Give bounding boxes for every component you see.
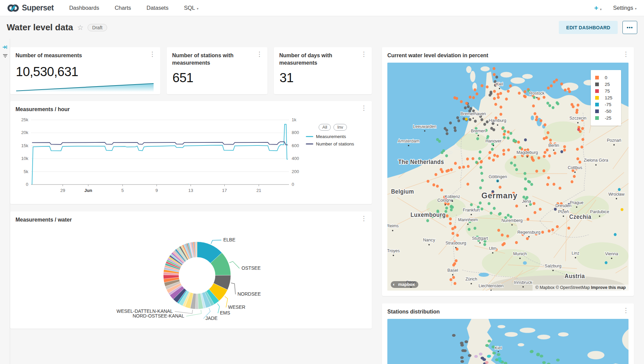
dashboard-header: Water level data ☆ Draft EDIT DASHBOARD … bbox=[0, 16, 644, 39]
svg-text:600: 600 bbox=[292, 143, 299, 148]
kebab-menu-icon[interactable]: ⋮ bbox=[623, 308, 629, 313]
legend-all-button[interactable]: All bbox=[319, 124, 331, 131]
superset-logo[interactable]: Superset bbox=[7, 3, 54, 13]
legend-color-swatch bbox=[595, 116, 599, 120]
legend-color-swatch bbox=[595, 96, 599, 100]
map-label: Nancy bbox=[423, 237, 435, 242]
legend-value-label: 75 bbox=[605, 89, 610, 94]
kpi-card-measurements: Number of measurements ⋮ 10,530,631 bbox=[10, 47, 160, 94]
svg-text:29: 29 bbox=[60, 188, 65, 193]
chart-title: Measurements / water bbox=[15, 216, 72, 224]
donut-label: ELBE bbox=[223, 237, 235, 242]
map-legend-item[interactable]: -75 bbox=[595, 102, 612, 107]
map-label: Göttingen bbox=[489, 174, 507, 179]
nav-sql[interactable]: SQL▾ bbox=[184, 5, 198, 11]
map-label: Luxembourg bbox=[411, 211, 446, 218]
chart-title: Measurements / hour bbox=[15, 106, 70, 113]
map-label: Plzeň bbox=[558, 209, 569, 214]
water-donut-chart[interactable]: ELBEOSTSEENORDSEEWESEREMSJADENORD-OSTSEE… bbox=[94, 225, 290, 326]
brand-name: Superset bbox=[22, 3, 54, 12]
chart-legend: All Inv Measurements Number of stations bbox=[306, 115, 366, 203]
map-label: Kiel bbox=[496, 81, 503, 86]
settings-menu[interactable]: Settings▾ bbox=[613, 5, 637, 11]
map-legend: 02575125-75-50-25 bbox=[591, 70, 621, 126]
nav-charts[interactable]: Charts bbox=[115, 5, 131, 11]
map-label: Magdeburg bbox=[516, 150, 538, 155]
improve-map-link[interactable]: Improve this map bbox=[591, 285, 626, 290]
nav-dashboards[interactable]: Dashboards bbox=[69, 5, 99, 11]
donut-label: NORD-OSTSEE-KANAL bbox=[133, 313, 184, 319]
map-label: Germany bbox=[481, 191, 517, 200]
map-label: Ulm bbox=[489, 245, 496, 251]
more-options-button[interactable]: ••• bbox=[622, 21, 637, 34]
legend-value-label: -75 bbox=[605, 102, 611, 107]
kebab-menu-icon[interactable]: ⋮ bbox=[361, 106, 367, 110]
map-label: Wrocław bbox=[608, 191, 625, 196]
map-attribution: © Mapbox © OpenStreetMap Improve this ma… bbox=[533, 285, 629, 291]
map-label: Regensburg bbox=[517, 229, 540, 234]
edit-dashboard-button[interactable]: EDIT DASHBOARD bbox=[559, 21, 618, 34]
map-legend-item[interactable]: 0 bbox=[595, 75, 612, 80]
kebab-menu-icon[interactable]: ⋮ bbox=[623, 52, 629, 57]
map-label: Hanover bbox=[485, 138, 502, 143]
svg-text:800: 800 bbox=[292, 130, 299, 135]
chevron-down-icon: ▾ bbox=[635, 7, 637, 10]
map-label: Szczecin bbox=[569, 115, 586, 121]
map-legend-item[interactable]: -25 bbox=[595, 115, 612, 121]
filter-bar-collapsed bbox=[0, 39, 10, 364]
map-legend-item[interactable]: 75 bbox=[595, 89, 612, 94]
water-chart-card: Measurements / water ⋮ ELBEOSTSEENORDSEE… bbox=[10, 211, 372, 329]
map-label: Vienna bbox=[605, 251, 618, 256]
kpi-title: Number of measurements bbox=[15, 52, 82, 59]
legend-color-swatch bbox=[595, 89, 599, 93]
stations-map[interactable]: KielRostock bbox=[387, 319, 629, 364]
svg-text:9: 9 bbox=[155, 188, 158, 193]
map-label: Koblenz bbox=[445, 194, 460, 199]
chevron-down-icon: ▾ bbox=[197, 7, 198, 10]
kebab-menu-icon[interactable]: ⋮ bbox=[256, 52, 263, 57]
kebab-menu-icon[interactable]: ⋮ bbox=[149, 52, 156, 57]
svg-text:200: 200 bbox=[292, 169, 299, 174]
kpi-value: 10,530,631 bbox=[16, 65, 78, 79]
legend-color-swatch bbox=[595, 76, 599, 79]
map-label: Pardubice bbox=[590, 209, 609, 214]
legend-item-stations[interactable]: Number of stations bbox=[306, 141, 366, 146]
legend-color-swatch bbox=[595, 109, 599, 113]
donut-label: OSTSEE bbox=[242, 265, 261, 271]
kebab-menu-icon[interactable]: ⋮ bbox=[361, 216, 367, 221]
legend-value-label: -50 bbox=[605, 109, 611, 114]
svg-text:0: 0 bbox=[26, 182, 28, 187]
deviation-map[interactable]: LeeuwardenAmsterdamBremerhavenBremenHamb… bbox=[387, 63, 629, 291]
legend-color-swatch bbox=[595, 103, 599, 106]
map-label: Rostock bbox=[529, 90, 545, 95]
nav-datasets[interactable]: Datasets bbox=[147, 5, 168, 11]
map-label: Amsterdam bbox=[398, 138, 419, 143]
legend-value-label: -25 bbox=[605, 115, 611, 121]
kpi-title: Number of stations with measurements bbox=[172, 52, 250, 66]
donut-label: NORDSEE bbox=[237, 291, 261, 297]
svg-text:400: 400 bbox=[292, 156, 299, 161]
map-label: Austria bbox=[565, 273, 585, 279]
favorite-star-icon[interactable]: ☆ bbox=[77, 24, 84, 32]
hour-line-chart[interactable]: 005k20010k40015k60020k80025k1k29Jun59131… bbox=[13, 115, 306, 200]
kpi-sparkline bbox=[15, 81, 155, 92]
mapbox-logo[interactable]: mapbox bbox=[391, 281, 418, 288]
donut-label: JADE bbox=[205, 316, 218, 321]
stations-map-canvas[interactable]: KielRostock bbox=[387, 319, 629, 364]
expand-filter-bar-icon[interactable] bbox=[0, 43, 10, 52]
map-label: Innsbruck bbox=[514, 279, 533, 285]
legend-inv-button[interactable]: Inv bbox=[333, 124, 347, 131]
kebab-menu-icon[interactable]: ⋮ bbox=[361, 52, 367, 57]
new-item-button[interactable]: +▾ bbox=[594, 4, 602, 12]
deviation-map-card: Current water level deviation in percent… bbox=[382, 47, 634, 296]
svg-text:5k: 5k bbox=[24, 169, 28, 174]
legend-item-measurements[interactable]: Measurements bbox=[306, 134, 366, 139]
donut-label: WESEL-DATTELN-KANAL bbox=[117, 308, 173, 314]
map-legend-item[interactable]: 25 bbox=[595, 82, 612, 87]
legend-value-label: 125 bbox=[605, 95, 612, 100]
filter-icon[interactable] bbox=[0, 52, 10, 60]
map-legend-item[interactable]: -50 bbox=[595, 109, 612, 114]
map-legend-item[interactable]: 125 bbox=[595, 95, 612, 100]
kpi-card-stations: Number of stations with measurements ⋮ 6… bbox=[167, 47, 267, 94]
map-label: Leeuwarden bbox=[413, 124, 436, 129]
